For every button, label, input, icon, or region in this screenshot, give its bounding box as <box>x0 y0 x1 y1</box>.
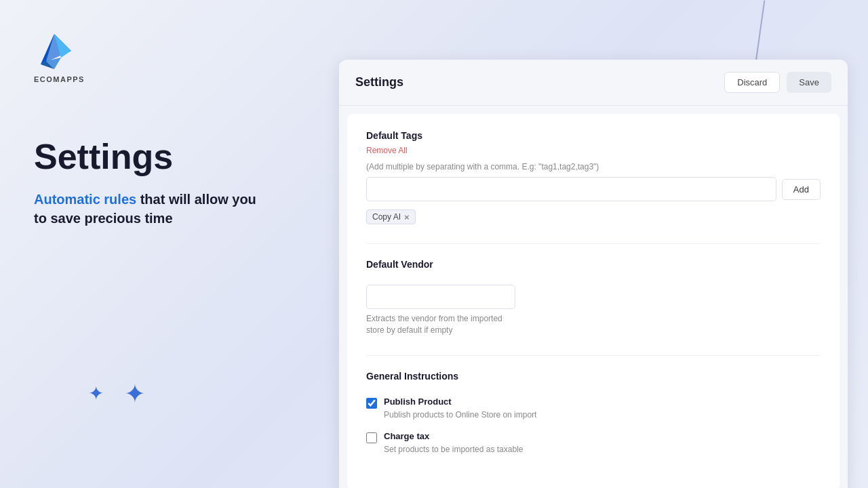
divider-2 <box>366 355 821 356</box>
charge-tax-text: Charge tax Set products to be imported a… <box>384 431 523 455</box>
subtext-highlight: Automatic rules <box>34 192 136 207</box>
logo-container: ECOMAPPS <box>34 27 298 83</box>
remove-all-link[interactable]: Remove All <box>366 146 408 155</box>
publish-product-checkbox[interactable] <box>366 398 377 409</box>
default-vendor-section: Default Vendor Extracts the vendor from … <box>366 259 821 336</box>
left-panel: ECOMAPPS Settings Automatic rules that w… <box>0 0 332 488</box>
divider-1 <box>366 243 821 244</box>
vendor-input[interactable] <box>366 285 515 309</box>
settings-panel: Settings Discard Save Default Tags Remov… <box>339 60 848 488</box>
publish-product-text: Publish Product Publish products to Onli… <box>384 396 536 420</box>
vendor-helper-line2: store by default if empty <box>366 325 452 335</box>
sparkle-large-icon: ✦ <box>124 381 146 407</box>
default-tags-title: Default Tags <box>366 130 821 141</box>
publish-product-desc: Publish products to Online Store on impo… <box>384 410 536 420</box>
charge-tax-checkbox[interactable] <box>366 432 377 443</box>
settings-title: Settings <box>355 75 403 89</box>
logo-icon <box>34 27 75 71</box>
tags-input[interactable] <box>366 177 776 201</box>
sparkle-small-icon: ✦ <box>88 384 104 403</box>
settings-header: Settings Discard Save <box>339 60 848 106</box>
general-instructions-section: General Instructions Publish Product Pub… <box>366 371 821 455</box>
vendor-helper-line1: Extracts the vendor from the imported <box>366 314 502 323</box>
general-instructions-title: General Instructions <box>366 371 821 382</box>
default-tags-section: Default Tags Remove All (Add multiple by… <box>366 130 821 224</box>
tag-chip-copy-ai: Copy AI × <box>366 209 416 224</box>
tags-chips-container: Copy AI × <box>366 209 821 224</box>
publish-product-item: Publish Product Publish products to Onli… <box>366 396 821 420</box>
tags-add-button[interactable]: Add <box>782 179 821 200</box>
tag-close-icon[interactable]: × <box>404 213 410 222</box>
tags-input-row: Add <box>366 177 821 201</box>
vendor-helper: Extracts the vendor from the imported st… <box>366 313 821 336</box>
page-heading: Settings <box>34 138 298 176</box>
sparkles-container: ✦ ✦ <box>88 381 146 407</box>
settings-body: Default Tags Remove All (Add multiple by… <box>347 114 840 488</box>
discard-button[interactable]: Discard <box>724 72 780 93</box>
charge-tax-label[interactable]: Charge tax <box>384 431 523 441</box>
charge-tax-desc: Set products to be imported as taxable <box>384 445 523 454</box>
save-button[interactable]: Save <box>787 72 831 93</box>
default-vendor-title: Default Vendor <box>366 259 821 270</box>
app-name: ECOMAPPS <box>34 75 85 83</box>
publish-product-label[interactable]: Publish Product <box>384 396 536 407</box>
header-buttons: Discard Save <box>724 72 831 93</box>
charge-tax-item: Charge tax Set products to be imported a… <box>366 431 821 455</box>
tag-chip-label: Copy AI <box>372 212 401 222</box>
page-subtext: Automatic rules that will allow you to s… <box>34 190 258 228</box>
tags-hint: (Add multiple by separating with a comma… <box>366 162 821 171</box>
